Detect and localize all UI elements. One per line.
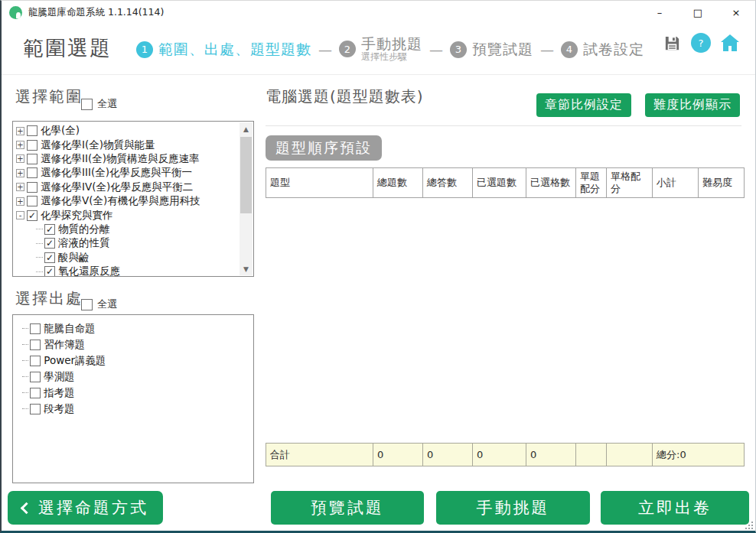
difficulty-ratio-button[interactable]: 難度比例顯示 xyxy=(645,93,740,117)
minimize-button[interactable]: – xyxy=(640,1,679,24)
preview-button-label: 預覽試題 xyxy=(311,497,384,518)
chapter-ratio-button[interactable]: 章節比例設定 xyxy=(536,93,631,117)
scroll-down-icon[interactable]: ▼ xyxy=(240,262,253,275)
tree-item-label[interactable]: 選修化學V(全)有機化學與應用科技 xyxy=(41,194,200,208)
tree-item-label[interactable]: 物質的分離 xyxy=(58,223,110,236)
step-4-paper-settings[interactable]: 4 試卷設定 xyxy=(561,40,644,60)
step-indicator: 1 範圍、出處、題型題數 — 2 手動挑題 選擇性步驟 — 3 預覽試題 — 4… xyxy=(136,24,644,75)
tree-checkbox[interactable] xyxy=(44,252,55,263)
step-2-manual-pick[interactable]: 2 手動挑題 選擇性步驟 xyxy=(339,36,422,62)
source-item[interactable]: 習作簿題 xyxy=(22,336,252,353)
resize-grip[interactable] xyxy=(745,522,753,529)
tree-item-label[interactable]: 選修化學I(全)物質與能量 xyxy=(41,138,155,152)
manual-pick-button[interactable]: 手動挑題 xyxy=(436,491,590,525)
source-checkbox[interactable] xyxy=(30,372,41,382)
expand-icon[interactable]: + xyxy=(16,183,24,191)
collapse-icon[interactable]: - xyxy=(16,211,24,219)
expand-icon[interactable]: + xyxy=(16,154,24,163)
tree-checkbox[interactable] xyxy=(27,140,37,151)
preview-questions-button[interactable]: 預覽試題 xyxy=(271,491,424,525)
question-type-table: 題型 總題數 總答數 已選題數 已選格數 單題配分 單格配分 小計 難易度 xyxy=(266,167,745,198)
source-item-label[interactable]: 龍騰自命題 xyxy=(44,322,96,336)
tree-item-label[interactable]: 氧化還原反應 xyxy=(58,265,120,277)
expand-icon[interactable]: + xyxy=(16,197,24,206)
tree-checkbox[interactable] xyxy=(27,196,37,206)
tree-item[interactable]: -化學探究與實作 xyxy=(16,208,252,222)
source-item-label[interactable]: 段考題 xyxy=(44,402,75,416)
save-icon[interactable] xyxy=(662,33,682,53)
tree-checkbox[interactable] xyxy=(27,154,37,164)
back-to-method-button[interactable]: 選擇命題方式 xyxy=(8,491,163,525)
tree-item[interactable]: +選修化學III(全)化學反應與平衡一 xyxy=(16,166,252,180)
tree-item[interactable]: 溶液的性質 xyxy=(16,236,252,250)
step-1-range[interactable]: 1 範圍、出處、題型題數 xyxy=(136,40,311,60)
step-separator: — xyxy=(540,41,554,57)
question-type-order-preset-button[interactable]: 題型順序預設 xyxy=(266,135,382,161)
expand-icon[interactable]: + xyxy=(16,127,24,135)
source-item[interactable]: 指考題 xyxy=(22,385,252,401)
tree-checkbox[interactable] xyxy=(27,182,37,193)
step-3-preview[interactable]: 3 預覽試題 xyxy=(450,40,533,60)
source-item[interactable]: 學測題 xyxy=(22,369,252,385)
tree-item[interactable]: 氧化還原反應 xyxy=(16,265,252,277)
home-icon[interactable] xyxy=(720,33,740,53)
expand-icon[interactable]: + xyxy=(16,169,24,177)
scroll-up-icon[interactable]: ▲ xyxy=(240,122,253,135)
total-answers-value: 0 xyxy=(423,444,473,466)
total-row-table: 合計 0 0 0 0 總分:0 xyxy=(266,443,745,466)
tree-connector xyxy=(22,392,28,393)
source-checkbox[interactable] xyxy=(30,356,41,366)
tree-item-label[interactable]: 溶液的性質 xyxy=(58,236,110,250)
tree-item-label[interactable]: 選修化學IV(全)化學反應與平衡二 xyxy=(41,180,193,194)
col-score-per-blank: 單格配分 xyxy=(607,168,653,198)
help-icon[interactable]: ? xyxy=(691,33,711,53)
source-list-box: 龍騰自命題 習作簿題 Power講義題 學測題 指考題 段考題 xyxy=(12,314,254,483)
total-row: 合計 0 0 0 0 總分:0 xyxy=(266,444,745,466)
source-select-all-label: 全選 xyxy=(97,297,117,311)
tree-checkbox[interactable] xyxy=(44,266,55,277)
source-section-title: 選擇出處 xyxy=(15,288,83,309)
maximize-button[interactable]: □ xyxy=(679,1,717,24)
tree-item[interactable]: +選修化學I(全)物質與能量 xyxy=(16,138,252,151)
source-checkbox[interactable] xyxy=(30,323,41,334)
tree-connector xyxy=(22,344,28,345)
tree-item[interactable]: +選修化學V(全)有機化學與應用科技 xyxy=(16,194,252,208)
source-item-label[interactable]: Power講義題 xyxy=(44,354,106,368)
close-button[interactable]: × xyxy=(717,1,755,24)
tree-item[interactable]: +選修化學II(全)物質構造與反應速率 xyxy=(16,152,252,166)
source-item[interactable]: Power講義題 xyxy=(22,353,252,369)
tree-item-label[interactable]: 化學探究與實作 xyxy=(41,209,113,223)
tree-item-label[interactable]: 選修化學II(全)物質構造與反應速率 xyxy=(41,152,200,166)
source-item-label[interactable]: 學測題 xyxy=(44,370,75,384)
tree-checkbox[interactable] xyxy=(44,224,55,235)
source-item-label[interactable]: 指考題 xyxy=(44,386,75,400)
generate-paper-button[interactable]: 立即出卷 xyxy=(601,491,749,525)
tree-item[interactable]: +化學(全) xyxy=(16,124,252,138)
source-checkbox[interactable] xyxy=(30,404,41,414)
tree-checkbox[interactable] xyxy=(27,125,37,136)
tree-item[interactable]: +選修化學IV(全)化學反應與平衡二 xyxy=(16,180,252,194)
table-header-row: 題型 總題數 總答數 已選題數 已選格數 單題配分 單格配分 小計 難易度 xyxy=(266,168,745,198)
col-selected-questions: 已選題數 xyxy=(473,168,526,198)
tree-scrollbar[interactable]: ▲ ▼ xyxy=(240,122,253,275)
tree-item-label[interactable]: 選修化學III(全)化學反應與平衡一 xyxy=(41,166,192,180)
tree-item[interactable]: 物質的分離 xyxy=(16,223,252,236)
tree-checkbox[interactable] xyxy=(44,238,55,249)
tree-checkbox[interactable] xyxy=(27,167,37,178)
source-item-label[interactable]: 習作簿題 xyxy=(44,338,85,352)
divider xyxy=(266,125,741,126)
col-score-per-question: 單題配分 xyxy=(576,168,607,198)
source-select-all-checkbox[interactable] xyxy=(81,299,93,310)
tree-item-label[interactable]: 化學(全) xyxy=(41,124,80,138)
range-select-all-checkbox[interactable] xyxy=(81,99,93,110)
source-checkbox[interactable] xyxy=(30,340,41,350)
tree-item[interactable]: 酸與鹼 xyxy=(16,251,252,265)
source-checkbox[interactable] xyxy=(30,388,41,398)
tree-checkbox[interactable] xyxy=(27,210,37,221)
source-item[interactable]: 段考題 xyxy=(22,401,252,417)
tree-item-label[interactable]: 酸與鹼 xyxy=(58,251,90,265)
expand-icon[interactable]: + xyxy=(16,141,24,149)
scrollbar-thumb[interactable] xyxy=(240,137,252,213)
chapter-tree: +化學(全) +選修化學I(全)物質與能量 +選修化學II(全)物質構造與反應速… xyxy=(13,122,253,277)
source-item[interactable]: 龍騰自命題 xyxy=(22,320,252,336)
